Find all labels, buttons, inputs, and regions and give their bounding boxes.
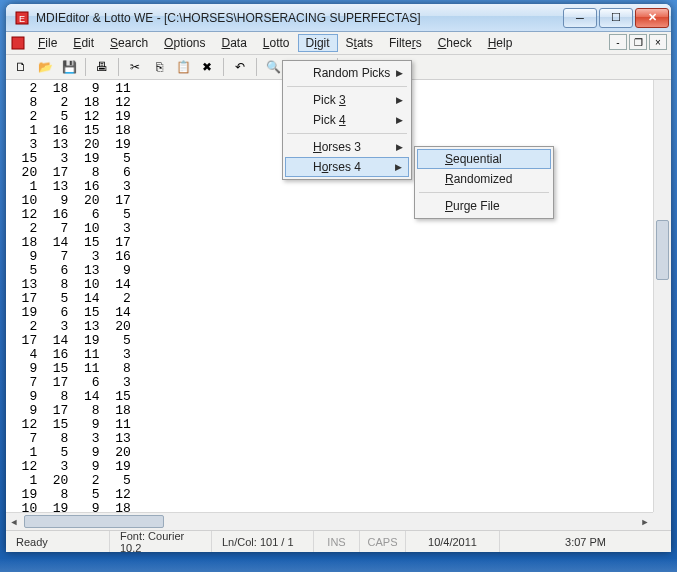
horizontal-scrollbar[interactable]: ◄ ► — [6, 512, 653, 530]
mdi-restore-button[interactable]: ❐ — [629, 34, 647, 50]
horses4-purge-file[interactable]: Purge File — [417, 196, 551, 216]
menu-lotto[interactable]: Lotto — [255, 34, 298, 52]
tb-find[interactable]: 🔍 — [262, 57, 284, 77]
tb-sep — [256, 58, 257, 76]
tb-sep — [223, 58, 224, 76]
maximize-button[interactable]: ☐ — [599, 8, 633, 28]
menu-separator — [287, 86, 407, 87]
tb-save[interactable]: 💾 — [58, 57, 80, 77]
close-button[interactable]: ✕ — [635, 8, 669, 28]
status-caps: CAPS — [360, 531, 406, 552]
status-date: 10/4/2011 — [406, 531, 500, 552]
mdi-doc-icon — [10, 35, 26, 51]
vscroll-thumb[interactable] — [656, 220, 669, 280]
menu-label: Random Picks — [313, 66, 390, 80]
menu-file[interactable]: File — [30, 34, 65, 52]
tb-sep — [118, 58, 119, 76]
mdi-controls: - ❐ × — [609, 34, 667, 50]
status-ins: INS — [314, 531, 360, 552]
menu-options[interactable]: Options — [156, 34, 213, 52]
window-title: MDIEditor & Lotto WE - [C:\HORSES\HORSER… — [36, 11, 561, 25]
status-font: Font: Courier 10.2 — [110, 531, 212, 552]
horses4-sequential[interactable]: Sequential — [417, 149, 551, 169]
mdi-minimize-button[interactable]: - — [609, 34, 627, 50]
taskbar-hint — [0, 558, 677, 572]
submenu-arrow-icon: ▶ — [396, 95, 403, 105]
menu-help[interactable]: Help — [480, 34, 521, 52]
digit-dropdown: Random Picks ▶ Pick 3 ▶ Pick 4 ▶ Horses … — [282, 60, 412, 180]
digit-pick3[interactable]: Pick 3 ▶ — [285, 90, 409, 110]
tb-delete[interactable]: ✖ — [196, 57, 218, 77]
status-lncol: Ln/Col: 101 / 1 — [212, 531, 314, 552]
tb-open[interactable]: 📂 — [34, 57, 56, 77]
menu-check[interactable]: Check — [430, 34, 480, 52]
hscroll-right-icon[interactable]: ► — [637, 514, 653, 530]
status-time: 3:07 PM — [500, 531, 671, 552]
tb-cut[interactable]: ✂ — [124, 57, 146, 77]
tb-copy[interactable]: ⎘ — [148, 57, 170, 77]
horses4-submenu: Sequential Randomized Purge File — [414, 146, 554, 219]
menu-data[interactable]: Data — [213, 34, 254, 52]
statusbar: Ready Font: Courier 10.2 Ln/Col: 101 / 1… — [6, 530, 671, 552]
tb-paste[interactable]: 📋 — [172, 57, 194, 77]
tb-print[interactable]: 🖶 — [91, 57, 113, 77]
tb-undo[interactable]: ↶ — [229, 57, 251, 77]
scroll-corner — [653, 512, 671, 530]
menu-search[interactable]: Search — [102, 34, 156, 52]
menubar: File Edit Search Options Data Lotto Digi… — [6, 32, 671, 55]
menu-separator — [419, 192, 549, 193]
status-ready: Ready — [6, 531, 110, 552]
menu-edit[interactable]: Edit — [65, 34, 102, 52]
svg-text:E: E — [19, 14, 25, 24]
digit-horses4[interactable]: Horses 4 ▶ — [285, 157, 409, 177]
mdi-close-button[interactable]: × — [649, 34, 667, 50]
tb-new[interactable]: 🗋 — [10, 57, 32, 77]
titlebar[interactable]: E MDIEditor & Lotto WE - [C:\HORSES\HORS… — [6, 4, 671, 32]
hscroll-thumb[interactable] — [24, 515, 164, 528]
menu-stats[interactable]: Stats — [338, 34, 381, 52]
svg-rect-2 — [12, 37, 24, 49]
app-icon: E — [14, 10, 30, 26]
digit-random-picks[interactable]: Random Picks ▶ — [285, 63, 409, 83]
menu-separator — [287, 133, 407, 134]
digit-horses3[interactable]: Horses 3 ▶ — [285, 137, 409, 157]
minimize-button[interactable]: ─ — [563, 8, 597, 28]
window-controls: ─ ☐ ✕ — [561, 8, 669, 28]
menu-digit[interactable]: Digit — [298, 34, 338, 52]
digit-pick4[interactable]: Pick 4 ▶ — [285, 110, 409, 130]
vertical-scrollbar[interactable] — [653, 80, 671, 512]
submenu-arrow-icon: ▶ — [396, 142, 403, 152]
submenu-arrow-icon: ▶ — [395, 162, 402, 172]
horses4-randomized[interactable]: Randomized — [417, 169, 551, 189]
submenu-arrow-icon: ▶ — [396, 68, 403, 78]
hscroll-left-icon[interactable]: ◄ — [6, 514, 22, 530]
tb-sep — [85, 58, 86, 76]
submenu-arrow-icon: ▶ — [396, 115, 403, 125]
menu-filters[interactable]: Filters — [381, 34, 430, 52]
